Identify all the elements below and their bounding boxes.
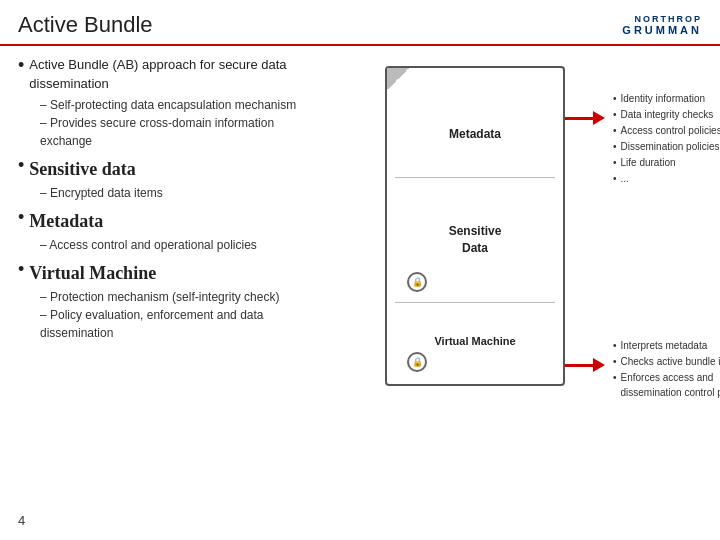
header: Active Bundle NORTHROP GRUMMAN: [0, 0, 720, 46]
page-title: Active Bundle: [18, 12, 153, 38]
arrow-line-vm: [565, 364, 593, 367]
annot-vm-item: Checks active bundle integrity: [613, 354, 720, 369]
metadata-title: Metadata: [29, 208, 103, 234]
annot-meta: Identity informationData integrity check…: [613, 91, 720, 187]
vm-title: Virtual Machine: [29, 260, 156, 286]
lock-icon-2: 🔒: [412, 357, 423, 367]
vm-sub-2: Policy evaluation, enforcement and data …: [40, 306, 318, 342]
annot-meta-item: Access control policies: [613, 123, 720, 138]
bullet-dot: •: [18, 56, 24, 74]
annot-meta-item: ...: [613, 171, 720, 186]
annot-meta-item: Dissemination policies: [613, 139, 720, 154]
diagram: Metadata SensitiveData 🔒 Virtual Machine…: [345, 56, 685, 436]
metadata-subs: Access control and operational policies: [40, 236, 318, 254]
annot-vm-item: Enforces access and dissemination contro…: [613, 370, 720, 400]
logo-bottom: GRUMMAN: [622, 24, 702, 36]
sub-bullets-1: Self-protecting data encapsulation mecha…: [40, 96, 318, 150]
sensitive-dot: •: [18, 156, 24, 174]
content-area: • Active Bundle (AB) approach for secure…: [0, 46, 720, 436]
arrow-line-meta: [565, 117, 593, 120]
annot-vm: Interprets metadataChecks active bundle …: [613, 338, 720, 401]
vm-sub-1: Protection mechanism (self-integrity che…: [40, 288, 318, 306]
lock-icon-1: 🔒: [412, 277, 423, 287]
arrow-head-vm: [593, 358, 605, 372]
sub-bullet-1: Self-protecting data encapsulation mecha…: [40, 96, 318, 114]
annot-meta-item: Identity information: [613, 91, 720, 106]
arrow-metadata: [565, 111, 605, 125]
vm-bullet: • Virtual Machine: [18, 260, 318, 286]
main-bullet-text: Active Bundle (AB) approach for secure d…: [29, 56, 318, 94]
vm-dot: •: [18, 260, 24, 278]
diagram-vm-label: Virtual Machine: [434, 335, 515, 347]
doc-box: Metadata SensitiveData 🔒 Virtual Machine…: [385, 66, 565, 386]
annot-meta-item: Data integrity checks: [613, 107, 720, 122]
metadata-sub-1: Access control and operational policies: [40, 236, 318, 254]
arrow-vm: [565, 358, 605, 372]
metadata-dot: •: [18, 208, 24, 226]
sensitive-title: Sensitive data: [29, 156, 136, 182]
main-bullet: • Active Bundle (AB) approach for secure…: [18, 56, 318, 94]
diagram-metadata-label: Metadata: [449, 127, 501, 141]
sensitive-bullet: • Sensitive data: [18, 156, 318, 182]
arrow-head-meta: [593, 111, 605, 125]
logo: NORTHROP GRUMMAN: [622, 14, 702, 36]
annot-meta-item: Life duration: [613, 155, 720, 170]
sensitive-sub-1: Encrypted data items: [40, 184, 318, 202]
diagram-sensitive-label: SensitiveData: [449, 223, 502, 257]
diagram-area: Metadata SensitiveData 🔒 Virtual Machine…: [328, 56, 702, 436]
left-column: • Active Bundle (AB) approach for secure…: [18, 56, 318, 436]
metadata-bullet: • Metadata: [18, 208, 318, 234]
sensitive-subs: Encrypted data items: [40, 184, 318, 202]
sub-bullet-2: Provides secure cross-domain information…: [40, 114, 318, 150]
annot-vm-item: Interprets metadata: [613, 338, 720, 353]
logo-top: NORTHROP: [635, 14, 703, 24]
page-number: 4: [18, 513, 25, 528]
vm-subs: Protection mechanism (self-integrity che…: [40, 288, 318, 342]
